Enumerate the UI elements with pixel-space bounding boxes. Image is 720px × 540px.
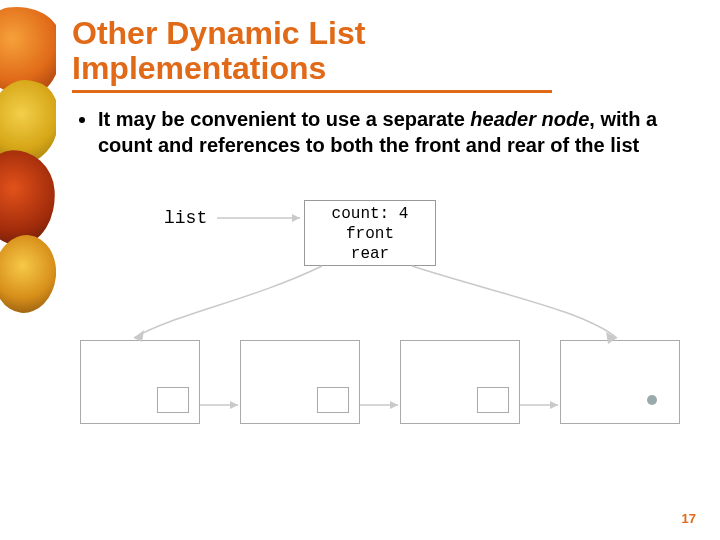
decorative-sidebar — [0, 0, 56, 540]
svg-marker-1 — [292, 214, 300, 222]
header-rear-line: rear — [305, 244, 435, 264]
title-underline — [72, 90, 552, 93]
header-node-box: count: 4 front rear — [304, 200, 436, 266]
header-front-line: front — [305, 224, 435, 244]
title-line-1: Other Dynamic List — [72, 15, 365, 51]
slide: Other Dynamic List Implementations It ma… — [0, 0, 720, 540]
leaf-icon — [0, 232, 56, 316]
bullet-list: It may be convenient to use a separate h… — [72, 107, 700, 158]
next-pointer-box — [477, 387, 509, 413]
next-pointer-box — [157, 387, 189, 413]
list-node — [400, 340, 520, 424]
list-node — [240, 340, 360, 424]
header-count-line: count: 4 — [305, 204, 435, 224]
bullet-item: It may be convenient to use a separate h… — [98, 107, 700, 158]
bullet-header-node-term: header node — [470, 108, 589, 130]
null-terminator-icon — [647, 395, 657, 405]
list-label: list — [164, 208, 207, 228]
list-node — [560, 340, 680, 424]
bullet-text-prefix: It may be convenient to use a separate — [98, 108, 470, 130]
list-node — [80, 340, 200, 424]
leaf-icon — [0, 147, 56, 247]
slide-title: Other Dynamic List Implementations — [72, 16, 700, 86]
title-line-2: Implementations — [72, 50, 326, 86]
node-row — [72, 340, 692, 430]
diagram: list count: 4 front rear — [72, 200, 692, 500]
next-pointer-box — [317, 387, 349, 413]
page-number: 17 — [682, 511, 696, 526]
